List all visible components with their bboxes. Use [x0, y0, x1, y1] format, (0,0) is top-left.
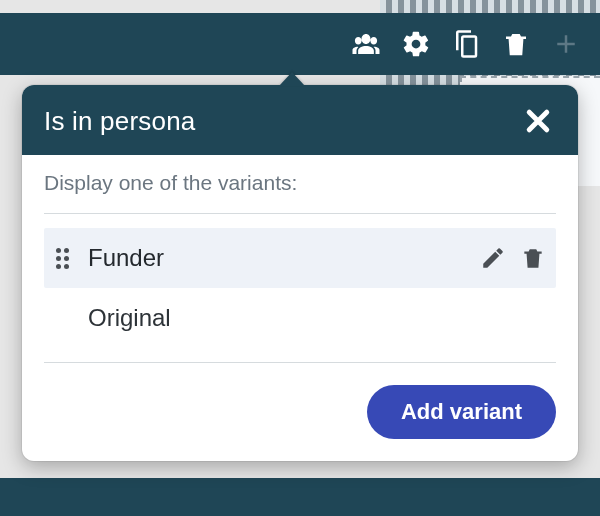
add-variant-button[interactable]: Add variant — [367, 385, 556, 439]
trash-icon[interactable] — [520, 245, 546, 271]
trash-icon[interactable] — [500, 28, 532, 60]
variant-name: Funder — [88, 244, 480, 272]
popover-footer: Add variant — [44, 362, 556, 439]
popover-title: Is in persona — [44, 106, 195, 137]
plus-icon — [550, 28, 582, 60]
variants-list: Funder Original — [44, 228, 556, 348]
variant-row[interactable]: Original — [44, 288, 556, 348]
people-icon[interactable] — [350, 28, 382, 60]
component-toolbar — [0, 13, 600, 75]
instruction-text: Display one of the variants: — [44, 171, 556, 195]
close-icon[interactable] — [520, 103, 556, 139]
divider — [44, 213, 556, 214]
variant-row[interactable]: Funder — [44, 228, 556, 288]
popover-body: Display one of the variants: Funder — [22, 155, 578, 461]
background-bottom-bar — [0, 478, 600, 516]
gear-icon[interactable] — [400, 28, 432, 60]
row-actions — [480, 245, 546, 271]
drag-handle-icon[interactable] — [56, 248, 70, 269]
persona-popover: Is in persona Display one of the variant… — [22, 85, 578, 461]
popover-pointer — [279, 72, 305, 86]
popover-header: Is in persona — [22, 85, 578, 155]
variant-name: Original — [88, 304, 546, 332]
app-stage: Is in persona Display one of the variant… — [0, 0, 600, 516]
copy-icon[interactable] — [450, 28, 482, 60]
pencil-icon[interactable] — [480, 245, 506, 271]
